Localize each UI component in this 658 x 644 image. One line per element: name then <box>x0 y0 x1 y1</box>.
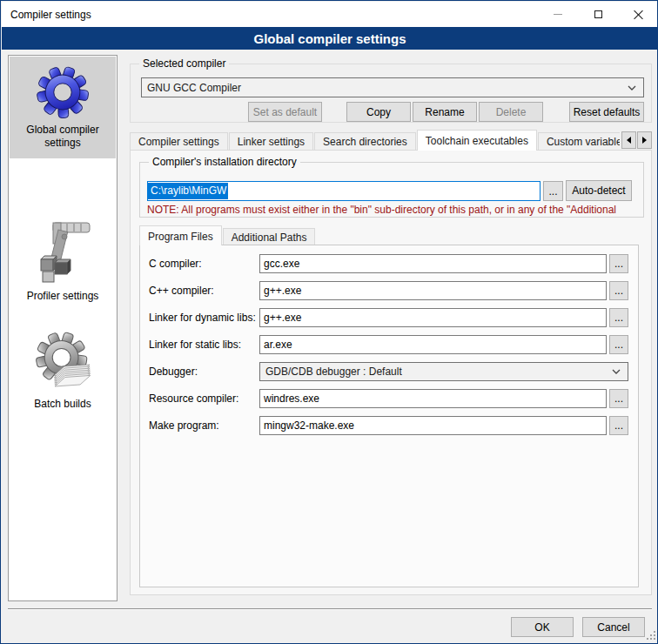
set-as-default-button[interactable]: Set as default <box>248 102 322 122</box>
debugger-value: GDB/CDB debugger : Default <box>265 366 402 378</box>
minimize-button[interactable] <box>538 2 578 27</box>
resource-compiler-input[interactable] <box>259 389 607 408</box>
footer-divider <box>8 608 652 610</box>
browse-linker-dynamic-button[interactable]: ... <box>609 308 628 327</box>
sidebar-label-global-compiler-settings: Global compiler settings <box>10 124 116 150</box>
chevron-down-icon <box>628 85 636 91</box>
sidebar-item-batch-builds[interactable]: Batch builds <box>10 324 116 418</box>
settings-sidebar: Global compiler settings <box>8 55 118 601</box>
close-icon <box>634 10 643 19</box>
c-compiler-input[interactable] <box>259 254 607 273</box>
linker-dynamic-label: Linker for dynamic libs: <box>149 308 256 327</box>
resource-compiler-label: Resource compiler: <box>149 389 238 408</box>
page-title: Global compiler settings <box>253 31 406 46</box>
maximize-icon <box>594 10 602 18</box>
browse-c-compiler-button[interactable]: ... <box>609 254 628 273</box>
close-button[interactable] <box>618 2 658 27</box>
caliper-icon <box>32 218 93 287</box>
selected-compiler-value: GNU GCC Compiler <box>147 82 241 94</box>
titlebar: Compiler settings <box>2 2 658 27</box>
subtab-additional-paths[interactable]: Additional Paths <box>223 228 316 245</box>
selected-compiler-group: Selected compiler GNU GCC Compiler Set a… <box>130 64 652 123</box>
cpp-compiler-label: C++ compiler: <box>149 281 214 300</box>
make-program-label: Make program: <box>149 416 219 435</box>
sidebar-label-profiler-settings: Profiler settings <box>10 290 116 303</box>
gray-gear-papers-icon <box>31 327 94 395</box>
sidebar-item-global-compiler-settings[interactable]: Global compiler settings <box>10 57 116 158</box>
auto-detect-button[interactable]: Auto-detect <box>566 180 632 201</box>
selected-compiler-dropdown[interactable]: GNU GCC Compiler <box>141 77 644 97</box>
debugger-label: Debugger: <box>149 362 198 381</box>
chevron-down-icon <box>612 369 621 374</box>
tab-scroll-right-button[interactable] <box>637 131 652 149</box>
install-directory-selected-text: C:\raylib\MinGW <box>148 183 228 199</box>
browse-resource-compiler-button[interactable]: ... <box>609 389 628 408</box>
linker-static-input[interactable] <box>259 335 607 354</box>
tab-search-directories[interactable]: Search directories <box>314 132 416 151</box>
tab-linker-settings[interactable]: Linker settings <box>229 132 313 151</box>
tab-scroll-left-button[interactable] <box>621 131 636 149</box>
reset-defaults-button[interactable]: Reset defaults <box>569 102 644 122</box>
sidebar-item-profiler-settings[interactable]: Profiler settings <box>10 214 116 310</box>
install-directory-group-label: Compiler's installation directory <box>149 156 300 168</box>
tab-compiler-settings[interactable]: Compiler settings <box>130 132 228 151</box>
browse-cpp-compiler-button[interactable]: ... <box>609 281 628 300</box>
copy-button[interactable]: Copy <box>346 102 411 122</box>
dialog-header: Global compiler settings <box>2 27 658 50</box>
arrow-right-icon <box>642 137 647 144</box>
cancel-button[interactable]: Cancel <box>582 617 645 637</box>
browse-install-directory-button[interactable]: ... <box>543 181 563 201</box>
browse-linker-static-button[interactable]: ... <box>609 335 628 354</box>
install-directory-input[interactable]: C:\raylib\MinGW <box>147 181 540 201</box>
linker-dynamic-input[interactable] <box>259 308 607 327</box>
rename-button[interactable]: Rename <box>413 102 477 122</box>
sidebar-label-batch-builds: Batch builds <box>10 398 116 411</box>
selected-compiler-group-label: Selected compiler <box>139 57 229 70</box>
blue-gear-icon <box>35 64 91 121</box>
resize-grip[interactable] <box>647 631 657 641</box>
subtab-program-files[interactable]: Program Files <box>139 225 222 245</box>
install-directory-group: Compiler's installation directory C:\ray… <box>139 162 644 218</box>
minimize-icon <box>554 14 562 15</box>
linker-static-label: Linker for static libs: <box>149 335 241 354</box>
cpp-compiler-input[interactable] <box>259 281 607 300</box>
program-files-tabstrip: Program Files Additional Paths <box>139 225 487 245</box>
main-tabstrip: Compiler settings Linker settings Search… <box>130 129 620 151</box>
toolchain-executables-page: Compiler's installation directory C:\ray… <box>130 150 652 595</box>
ok-button[interactable]: OK <box>511 617 574 637</box>
window-title: Compiler settings <box>10 9 91 21</box>
maximize-button[interactable] <box>578 2 618 27</box>
tab-toolchain-executables[interactable]: Toolchain executables <box>417 130 537 151</box>
compiler-settings-dialog: Compiler settings Global compiler settin… <box>0 0 658 644</box>
program-files-page: C compiler: ... C++ compiler: ... Linker… <box>139 245 639 587</box>
debugger-dropdown[interactable]: GDB/CDB debugger : Default <box>259 362 628 381</box>
tab-custom-variables[interactable]: Custom variables <box>538 132 620 151</box>
c-compiler-label: C compiler: <box>149 254 202 273</box>
browse-make-program-button[interactable]: ... <box>609 416 628 435</box>
delete-button[interactable]: Delete <box>479 102 543 122</box>
arrow-left-icon <box>627 137 631 144</box>
make-program-input[interactable] <box>259 416 607 435</box>
install-directory-note: NOTE: All programs must exist either in … <box>147 204 643 216</box>
